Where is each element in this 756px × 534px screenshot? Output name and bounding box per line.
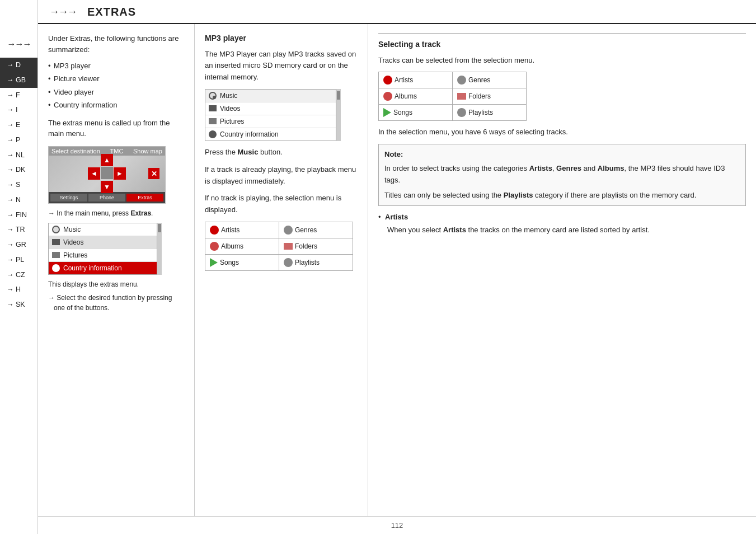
extras-menu-mockup: Music Videos Pictures Country informatio… [48,223,184,275]
right-playlists-icon [457,108,466,117]
genres-icon [284,226,293,235]
close-nav-btn[interactable]: ✕ [148,168,159,179]
menu-row-country: Country information [49,262,157,274]
sidebar-item-pl[interactable]: → PL [0,252,37,268]
right-track-cell-folders: Folders [453,88,526,104]
nav-down-btn[interactable]: ▼ [101,181,113,193]
sidebar-item-fin[interactable]: → FIN [0,208,37,223]
sidebar: →→→ → D → GB → F → I → E → P → NL → DK →… [0,0,38,534]
mp3-menu-row-music: Music [205,90,336,102]
nav-right-btn[interactable]: ► [114,167,126,180]
note-text: In order to select tracks using the cate… [384,163,740,186]
menu-row-music: Music [49,223,157,236]
note-label: Note: [384,149,740,161]
playlists-icon [284,258,293,267]
track-row-3: Songs Playlists [205,255,353,270]
sidebar-item-dk[interactable]: → DK [0,162,37,177]
mp3-menu-mockup: Music Videos Pictures Country informatio… [205,89,358,141]
right-folders-label: Folders [468,92,491,100]
songs-label: Songs [220,259,239,266]
nav-up-btn[interactable]: ▲ [101,154,113,166]
list-item-video: Video player [48,86,184,99]
track-cell-genres: Genres [279,222,353,238]
intro-text: Under Extras, the following functions ar… [48,33,184,55]
left-column: Under Extras, the following functions ar… [38,24,195,516]
artists-bullet-label: Artists [385,213,408,221]
sidebar-item-tr[interactable]: → TR [0,222,37,237]
mp3-menu-country: Country information [220,130,279,138]
extras-note: The extras menu is called up from the ma… [48,118,184,139]
nav-mockup: Select destination TMC Show map ▲ [48,146,166,204]
folders-label: Folders [295,242,317,250]
sidebar-item-e[interactable]: → E [0,118,37,133]
note-box: Note: In order to select tracks using th… [378,144,746,206]
mp3-menu-row-videos: Videos [205,102,336,115]
main-content: →→→ EXTRAS Under Extras, the following f… [38,0,756,534]
track-row-1: Artists Genres [205,222,353,238]
track-selection-grid-middle: Artists Genres Albums Folders [205,222,353,271]
show-map-label: Show map [133,148,162,154]
top-divider [378,33,746,34]
track-cell-playlists: Playlists [279,255,353,270]
instruction2: This displays the extras menu. [48,279,184,289]
sidebar-item-d[interactable]: → D [0,58,37,73]
sidebar-item-nl[interactable]: → NL [0,148,37,163]
nav-left-btn[interactable]: ◄ [88,167,100,180]
track-selection-grid-right: Artists Genres Albums Folders [378,72,527,121]
settings-btn[interactable]: Settings [50,194,87,202]
right-albums-icon [383,92,392,101]
menu-row-videos: Videos [49,236,157,249]
selecting-track-body: Tracks can be selected from the selectio… [378,55,746,67]
sidebar-arrows: →→→ [0,34,37,58]
right-track-cell-songs: Songs [379,105,453,120]
right-column: Selecting a track Tracks can be selected… [368,24,756,516]
middle-column: MP3 player The MP3 Player can play MP3 t… [195,24,368,516]
track-cell-folders: Folders [279,238,353,254]
right-artists-icon [383,76,392,85]
right-track-row-1: Artists Genres [379,72,526,88]
page-title: EXTRAS [87,6,136,18]
right-artists-label: Artists [395,76,413,84]
right-genres-label: Genres [468,76,490,84]
sidebar-item-h[interactable]: → H [0,282,37,297]
artists-description: When you select Artists the tracks on th… [385,224,746,236]
right-songs-label: Songs [393,109,412,116]
mp3-heading: MP3 player [205,33,358,44]
right-track-cell-genres: Genres [453,72,526,88]
right-genres-icon [457,76,466,85]
albums-label: Albums [221,242,243,250]
track-cell-songs: Songs [205,255,279,270]
track-cell-artists: Artists [205,222,279,238]
sidebar-item-cz[interactable]: → CZ [0,268,37,283]
sidebar-item-sk[interactable]: → SK [0,297,37,312]
list-item-country: Country information [48,99,184,111]
artists-bullet-item: Artists When you select Artists the trac… [378,212,746,236]
page-content: Under Extras, the following functions ar… [38,24,756,516]
list-item-mp3: MP3 player [48,59,184,72]
right-albums-label: Albums [395,92,417,100]
right-track-cell-artists: Artists [379,72,453,88]
sidebar-item-i[interactable]: → I [0,102,37,118]
playlists-label: Playlists [295,259,320,266]
menu-pictures-label: Pictures [63,251,87,259]
sidebar-item-gb[interactable]: → GB [0,73,37,88]
mp3-menu-videos: Videos [220,105,240,113]
phone-btn[interactable]: Phone [88,194,125,202]
mp3-menu-row-pictures: Pictures [205,115,336,128]
track-cell-albums: Albums [205,238,279,254]
sidebar-item-s[interactable]: → S [0,177,37,193]
instruction1: → In the main menu, press Extras. [48,208,184,218]
sidebar-item-n[interactable]: → N [0,193,37,208]
in-selection-text: In the selection menu, you have 6 ways o… [378,127,746,138]
header-arrows: →→→ [49,6,76,18]
press-music: Press the Music button. [205,147,358,158]
sidebar-item-f[interactable]: → F [0,88,37,103]
extras-btn[interactable]: Extras [126,194,163,202]
page-number: 112 [38,516,756,534]
sidebar-item-gr[interactable]: → GR [0,237,37,252]
if-not-playing: If no track is playing, the selection me… [205,193,358,216]
right-playlists-label: Playlists [468,109,493,116]
right-track-row-2: Albums Folders [379,88,526,105]
sidebar-item-p[interactable]: → P [0,133,37,148]
track-row-2: Albums Folders [205,238,353,255]
